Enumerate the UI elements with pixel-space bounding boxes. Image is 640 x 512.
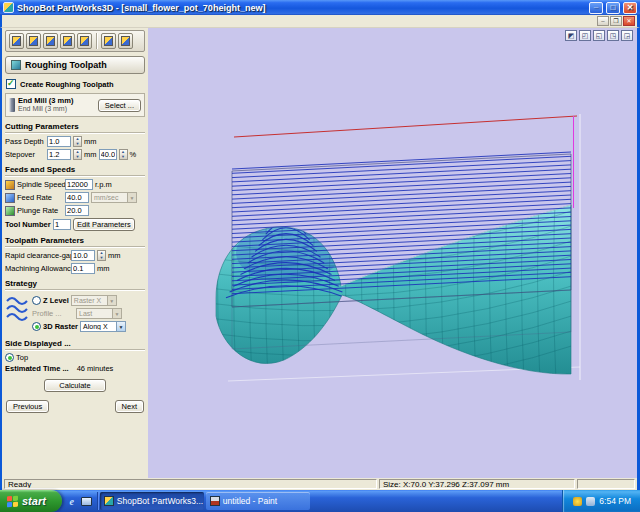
toolbar-icon[interactable] <box>77 33 92 49</box>
rapid-clearance-row: Rapid clearance-gap mm <box>5 250 145 261</box>
machining-allowance-input[interactable] <box>71 263 95 274</box>
start-button[interactable]: start <box>0 490 62 512</box>
raster3d-row: 3D Raster Along X <box>32 321 145 332</box>
rapid-clearance-stepper[interactable] <box>97 250 106 261</box>
z-level-radio[interactable] <box>32 296 41 305</box>
tool-subname: End Mill (3 mm) <box>18 105 95 114</box>
pass-depth-stepper[interactable] <box>73 136 82 147</box>
feed-unit-select[interactable]: mm/sec <box>91 192 137 203</box>
stepover-stepper[interactable] <box>73 149 82 160</box>
show-desktop-icon[interactable] <box>81 497 92 506</box>
machining-allowance-row: Machining Allowance mm <box>5 263 145 274</box>
select-tool-button[interactable]: Select ... <box>98 99 141 112</box>
feed-rate-input[interactable] <box>65 192 89 203</box>
front-view-icon[interactable] <box>593 30 605 41</box>
tool-number-label: Tool Number <box>5 220 51 229</box>
tool-icon <box>46 36 55 46</box>
panel-title-label: Roughing Toolpath <box>25 60 107 70</box>
toolbar-icon[interactable] <box>118 33 133 49</box>
mdi-minimize-button[interactable] <box>597 16 609 26</box>
spindle-speed-input[interactable] <box>65 179 93 190</box>
stepover-unit: mm <box>84 150 97 159</box>
taskbar-item-paint[interactable]: untitled - Paint <box>206 492 310 510</box>
create-roughing-label: Create Roughing Toolpath <box>20 80 114 89</box>
side-top-row: Top <box>5 353 145 362</box>
along-axis-select[interactable]: Along X <box>80 321 126 332</box>
raster3d-label: 3D Raster <box>43 322 78 331</box>
profile-row: Profile ... Last <box>32 308 145 319</box>
spindle-speed-row: Spindle Speed r.p.m <box>5 179 145 190</box>
side-top-radio[interactable] <box>5 353 14 362</box>
status-spacer <box>577 479 635 489</box>
material-top-line <box>234 116 577 137</box>
tool-icon <box>80 36 89 46</box>
tool-icon <box>104 36 113 46</box>
status-ready: Ready <box>4 479 377 489</box>
z-level-row: Z Level Raster X <box>32 295 145 306</box>
calculate-button[interactable]: Calculate <box>44 379 106 392</box>
next-button[interactable]: Next <box>115 400 144 413</box>
mdi-restore-button[interactable] <box>610 16 622 26</box>
paint-app-icon <box>210 496 220 506</box>
taskbar-separator <box>97 492 98 510</box>
z-level-label: Z Level <box>43 296 69 305</box>
tray-icon-1[interactable] <box>573 497 582 506</box>
view-toolbar <box>565 30 633 41</box>
tool-number-input[interactable] <box>53 219 71 230</box>
plunge-rate-row: Plunge Rate <box>5 205 145 216</box>
spindle-icon <box>5 180 15 190</box>
rapid-clearance-input[interactable] <box>71 250 95 261</box>
machining-allowance-label: Machining Allowance <box>5 264 69 273</box>
close-button[interactable] <box>623 2 637 14</box>
toolbar-icon[interactable] <box>60 33 75 49</box>
rapid-clearance-label: Rapid clearance-gap <box>5 251 69 260</box>
toolbar-icon[interactable] <box>101 33 116 49</box>
tool-icon <box>12 36 21 46</box>
tray-icon-2[interactable] <box>586 497 595 506</box>
tool-icon <box>63 36 72 46</box>
profile-select[interactable]: Last <box>76 308 122 319</box>
toolbar-icon[interactable] <box>26 33 41 49</box>
top-view-icon[interactable] <box>579 30 591 41</box>
toolpath-panel: Roughing Toolpath Create Roughing Toolpa… <box>2 28 148 478</box>
previous-button[interactable]: Previous <box>6 400 49 413</box>
internet-explorer-icon[interactable]: e <box>66 495 78 507</box>
iso-view-icon[interactable] <box>565 30 577 41</box>
stepover-input[interactable] <box>47 149 71 160</box>
toolbar-icon[interactable] <box>9 33 24 49</box>
taskbar-item-label: untitled - Paint <box>223 496 277 506</box>
create-roughing-row: Create Roughing Toolpath <box>6 79 144 89</box>
pass-depth-input[interactable] <box>47 136 71 147</box>
strategy-icon <box>5 295 29 325</box>
side-view-icon[interactable] <box>607 30 619 41</box>
menubar <box>0 15 640 28</box>
windows-flag-icon <box>7 495 18 507</box>
feed-rate-label: Feed Rate <box>17 193 63 202</box>
feeds-speeds-header: Feeds and Speeds <box>5 165 145 176</box>
toolbar-separator <box>96 33 97 49</box>
minimize-button[interactable] <box>589 2 603 14</box>
3d-viewport[interactable] <box>148 28 637 478</box>
pass-depth-label: Pass Depth <box>5 137 45 146</box>
perspective-view-icon[interactable] <box>621 30 633 41</box>
stepover-percent-stepper[interactable] <box>119 149 128 160</box>
toolbar-icon[interactable] <box>43 33 58 49</box>
taskbar-item-shopbot[interactable]: ShopBot PartWorks3... <box>100 492 204 510</box>
stepover-row: Stepover mm % <box>5 149 145 160</box>
tool-number-row: Tool Number Edit Parameters <box>5 218 145 231</box>
create-roughing-checkbox[interactable] <box>6 79 16 89</box>
profile-label: Profile ... <box>32 309 74 318</box>
toolpath-toolbar <box>5 30 145 52</box>
maximize-button[interactable] <box>606 2 620 14</box>
edit-parameters-button[interactable]: Edit Parameters <box>73 218 135 231</box>
roughing-toolpath-icon <box>11 60 21 70</box>
stepover-percent-input[interactable] <box>99 149 117 160</box>
plunge-rate-input[interactable] <box>65 205 89 216</box>
raster-direction-select[interactable]: Raster X <box>71 295 117 306</box>
mdi-close-button[interactable] <box>623 16 635 26</box>
estimated-time-label: Estimated Time ... <box>5 364 69 373</box>
raster3d-radio[interactable] <box>32 322 41 331</box>
along-axis-value: Along X <box>81 323 116 330</box>
tool-icon <box>121 36 130 46</box>
start-label: start <box>22 495 46 507</box>
